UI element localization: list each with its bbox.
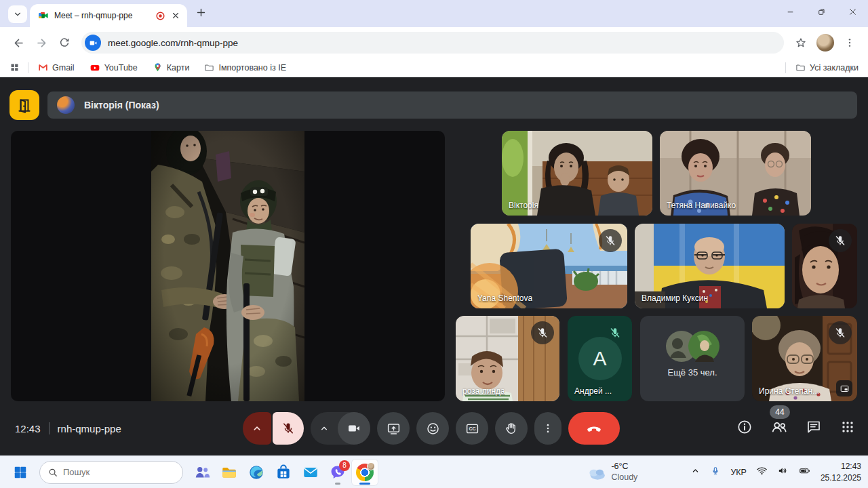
bookmark-star-icon[interactable] [789, 31, 812, 54]
volume-icon[interactable] [777, 465, 789, 479]
bookmark-label: YouTube [104, 63, 138, 73]
mic-options-chevron-icon[interactable] [243, 412, 271, 445]
tab-list-chevron-icon[interactable] [8, 5, 27, 23]
search-input[interactable] [63, 467, 158, 477]
forward-button[interactable] [30, 31, 53, 54]
bookmark-maps[interactable]: Карти [153, 62, 190, 73]
browser-menu-kebab-icon[interactable] [838, 31, 861, 54]
back-button[interactable] [7, 31, 30, 54]
tab-title: Meet – rnh-qmup-ppe [54, 11, 150, 20]
participant-tile-irina[interactable]: Ирина Степан... [752, 316, 857, 401]
meet-favicon-icon [38, 10, 49, 21]
address-bar[interactable]: meet.google.com/rnh-qmup-ppe [81, 32, 784, 54]
apps-grid-icon[interactable] [9, 62, 20, 73]
meeting-clock: 12:43 [15, 423, 41, 434]
mic-off-icon [531, 321, 554, 344]
presentation-banner[interactable]: Вікторія (Показ) [47, 92, 857, 119]
call-controls: CC [243, 412, 620, 445]
teams-icon[interactable] [189, 459, 216, 486]
participant-tile-roza[interactable]: роза линда [456, 316, 559, 401]
minimize-button[interactable] [774, 0, 806, 23]
participant-avatars [640, 316, 745, 401]
camera-control [311, 412, 370, 445]
close-window-button[interactable] [837, 0, 868, 23]
mic-mute-button[interactable] [273, 412, 304, 445]
door-icon [16, 96, 33, 114]
chrome-profile-mini-avatar [367, 462, 375, 470]
participant-tile-vladimir[interactable]: Владимир Куксин [635, 224, 785, 308]
picture-in-picture-icon[interactable] [836, 380, 852, 396]
chrome-active-indicator [359, 483, 370, 485]
meeting-details-info-icon[interactable] [736, 419, 753, 438]
more-options-kebab-icon[interactable] [534, 412, 561, 445]
participant-name: Владимир Куксин [642, 293, 708, 303]
all-bookmarks[interactable]: Усі закладки [795, 62, 859, 73]
mail-icon[interactable] [297, 459, 324, 486]
participant-tile-andrei[interactable]: A Андрей ... [568, 316, 632, 401]
language-indicator[interactable]: УКР [730, 468, 747, 477]
tray-chevron-up-icon[interactable] [690, 466, 701, 479]
mic-off-icon [599, 229, 622, 252]
door-room-button[interactable] [9, 90, 39, 120]
weather-temp: -6°C [611, 462, 637, 472]
raise-hand-button[interactable] [495, 412, 528, 445]
present-screen-button[interactable] [377, 412, 410, 445]
bookmarks-divider [785, 62, 786, 73]
system-tray: УКР [690, 465, 811, 479]
window-controls [774, 0, 868, 23]
cloud-icon [587, 464, 607, 481]
edge-icon[interactable] [243, 459, 270, 486]
tab-close-icon[interactable] [171, 11, 180, 20]
wifi-icon[interactable] [756, 465, 768, 479]
reload-button[interactable] [53, 31, 76, 54]
start-button[interactable] [7, 459, 34, 486]
viber-notification-badge: 8 [339, 460, 350, 471]
presentation-tile[interactable] [11, 131, 445, 401]
file-explorer-icon[interactable] [216, 459, 243, 486]
participant-tile-girl[interactable] [792, 224, 857, 308]
microsoft-store-icon[interactable] [270, 459, 297, 486]
mic-off-icon [604, 321, 627, 344]
new-tab-button[interactable] [195, 7, 207, 18]
participant-tile-viktoriia[interactable]: Вікторія [502, 131, 652, 216]
taskbar-search[interactable] [39, 461, 183, 484]
camera-options-chevron-icon[interactable] [311, 423, 338, 434]
browser-tab[interactable]: Meet – rnh-qmup-ppe [30, 4, 187, 27]
participant-tile-yana[interactable]: Yana Shentova [471, 224, 627, 308]
taskbar-weather[interactable]: -6°C Cloudy [587, 462, 637, 483]
bookmark-label: Gmail [52, 63, 75, 73]
participant-count-badge: 44 [770, 405, 790, 419]
taskbar-clock[interactable]: 12:43 25.12.2025 [821, 461, 861, 483]
camera-sharing-icon[interactable] [85, 35, 101, 51]
viber-icon[interactable]: 8 [324, 459, 351, 486]
folder-icon [795, 62, 806, 73]
chat-panel-icon[interactable] [806, 419, 822, 438]
bookmark-gmail[interactable]: Gmail [38, 62, 75, 73]
people-panel-icon[interactable] [770, 418, 788, 439]
bookmark-folder-ie[interactable]: Імпортовано із IE [204, 62, 286, 73]
more-participants-label: Ещё 35 чел. [640, 367, 745, 378]
participant-name: Тетяна Наливайко [667, 201, 736, 210]
desktop-screen: Meet – rnh-qmup-ppe [0, 0, 868, 488]
captions-button[interactable]: CC [456, 412, 488, 445]
svg-text:CC: CC [469, 426, 475, 431]
meet-control-bar: 12:43 rnh-qmup-ppe [0, 401, 868, 455]
bookmark-youtube[interactable]: YouTube [90, 62, 138, 73]
avatar-initial: A [593, 347, 606, 370]
chrome-icon[interactable] [351, 459, 378, 486]
battery-icon[interactable] [798, 465, 811, 479]
folder-icon [204, 62, 214, 73]
tray-microphone-icon[interactable] [710, 466, 721, 479]
overflow-participants-tile[interactable]: Ещё 35 чел. [640, 316, 745, 401]
participant-tile-tetiana[interactable]: Тетяна Наливайко [660, 131, 811, 216]
mic-off-icon [829, 229, 852, 252]
camera-button[interactable] [338, 412, 370, 445]
mic-off-icon [829, 321, 852, 344]
end-call-button[interactable] [568, 412, 620, 445]
restore-button[interactable] [806, 0, 837, 23]
profile-avatar[interactable] [816, 34, 834, 52]
microphone-control [243, 412, 304, 445]
reactions-button[interactable] [416, 412, 449, 445]
activities-apps-icon[interactable] [840, 419, 856, 438]
bookmarks-divider [28, 62, 28, 73]
